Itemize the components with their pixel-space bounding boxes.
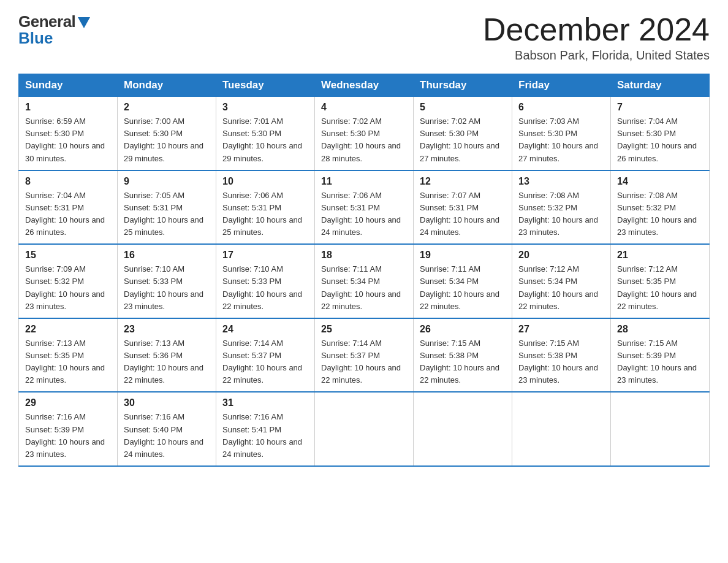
- calendar-week-row: 29 Sunrise: 7:16 AMSunset: 5:39 PMDaylig…: [19, 392, 710, 466]
- calendar-cell: 6 Sunrise: 7:03 AMSunset: 5:30 PMDayligh…: [512, 97, 611, 170]
- day-info: Sunrise: 7:14 AMSunset: 5:37 PMDaylight:…: [222, 339, 302, 385]
- calendar-cell: 9 Sunrise: 7:05 AMSunset: 5:31 PMDayligh…: [118, 170, 216, 245]
- column-header-wednesday: Wednesday: [315, 74, 414, 97]
- calendar-cell: 2 Sunrise: 7:00 AMSunset: 5:30 PMDayligh…: [118, 97, 216, 170]
- day-info: Sunrise: 7:05 AMSunset: 5:31 PMDaylight:…: [124, 191, 203, 237]
- calendar-cell: [512, 392, 611, 466]
- calendar-cell: 31 Sunrise: 7:16 AMSunset: 5:41 PMDaylig…: [216, 392, 315, 466]
- day-number: 25: [321, 324, 407, 335]
- day-number: 30: [124, 397, 210, 408]
- calendar-cell: 10 Sunrise: 7:06 AMSunset: 5:31 PMDaylig…: [216, 170, 315, 245]
- day-info: Sunrise: 7:06 AMSunset: 5:31 PMDaylight:…: [222, 191, 302, 237]
- day-number: 26: [420, 324, 506, 335]
- calendar-cell: 20 Sunrise: 7:12 AMSunset: 5:34 PMDaylig…: [512, 244, 611, 318]
- calendar-cell: 3 Sunrise: 7:01 AMSunset: 5:30 PMDayligh…: [216, 97, 315, 170]
- calendar-header-row: SundayMondayTuesdayWednesdayThursdayFrid…: [19, 74, 710, 97]
- day-info: Sunrise: 7:01 AMSunset: 5:30 PMDaylight:…: [222, 117, 302, 163]
- day-number: 15: [25, 250, 111, 261]
- day-number: 14: [617, 176, 703, 187]
- calendar-cell: 26 Sunrise: 7:15 AMSunset: 5:38 PMDaylig…: [414, 318, 512, 393]
- calendar-cell: 17 Sunrise: 7:10 AMSunset: 5:33 PMDaylig…: [216, 244, 315, 318]
- calendar-week-row: 8 Sunrise: 7:04 AMSunset: 5:31 PMDayligh…: [19, 170, 710, 245]
- day-info: Sunrise: 7:08 AMSunset: 5:32 PMDaylight:…: [518, 191, 598, 237]
- day-number: 12: [420, 176, 506, 187]
- day-info: Sunrise: 7:14 AMSunset: 5:37 PMDaylight:…: [321, 339, 401, 385]
- day-number: 21: [617, 250, 703, 261]
- calendar-cell: 28 Sunrise: 7:15 AMSunset: 5:39 PMDaylig…: [611, 318, 710, 393]
- day-number: 13: [518, 176, 604, 187]
- day-number: 7: [617, 102, 703, 113]
- calendar-cell: 29 Sunrise: 7:16 AMSunset: 5:39 PMDaylig…: [19, 392, 118, 466]
- calendar-week-row: 1 Sunrise: 6:59 AMSunset: 5:30 PMDayligh…: [19, 97, 710, 170]
- calendar-table: SundayMondayTuesdayWednesdayThursdayFrid…: [18, 74, 710, 467]
- logo: General Blue: [18, 12, 90, 48]
- day-info: Sunrise: 7:11 AMSunset: 5:34 PMDaylight:…: [321, 264, 401, 310]
- calendar-cell: 22 Sunrise: 7:13 AMSunset: 5:35 PMDaylig…: [19, 318, 118, 393]
- calendar-cell: 4 Sunrise: 7:02 AMSunset: 5:30 PMDayligh…: [315, 97, 414, 170]
- day-number: 24: [222, 324, 308, 335]
- day-number: 3: [222, 102, 308, 113]
- calendar-cell: 15 Sunrise: 7:09 AMSunset: 5:32 PMDaylig…: [19, 244, 118, 318]
- calendar-cell: 8 Sunrise: 7:04 AMSunset: 5:31 PMDayligh…: [19, 170, 118, 245]
- day-number: 10: [222, 176, 308, 187]
- calendar-cell: 19 Sunrise: 7:11 AMSunset: 5:34 PMDaylig…: [414, 244, 512, 318]
- day-info: Sunrise: 7:16 AMSunset: 5:41 PMDaylight:…: [222, 412, 302, 458]
- day-number: 8: [25, 176, 111, 187]
- day-info: Sunrise: 7:15 AMSunset: 5:39 PMDaylight:…: [617, 339, 697, 385]
- day-info: Sunrise: 6:59 AMSunset: 5:30 PMDaylight:…: [25, 117, 105, 163]
- day-number: 11: [321, 176, 407, 187]
- day-info: Sunrise: 7:10 AMSunset: 5:33 PMDaylight:…: [222, 264, 302, 310]
- column-header-sunday: Sunday: [19, 74, 118, 97]
- day-info: Sunrise: 7:13 AMSunset: 5:35 PMDaylight:…: [25, 339, 105, 385]
- day-number: 28: [617, 324, 703, 335]
- day-info: Sunrise: 7:02 AMSunset: 5:30 PMDaylight:…: [321, 117, 401, 163]
- column-header-saturday: Saturday: [611, 74, 710, 97]
- calendar-week-row: 15 Sunrise: 7:09 AMSunset: 5:32 PMDaylig…: [19, 244, 710, 318]
- column-header-tuesday: Tuesday: [216, 74, 315, 97]
- day-info: Sunrise: 7:10 AMSunset: 5:33 PMDaylight:…: [124, 264, 203, 310]
- calendar-cell: [315, 392, 414, 466]
- day-info: Sunrise: 7:16 AMSunset: 5:40 PMDaylight:…: [124, 412, 203, 458]
- calendar-cell: [414, 392, 512, 466]
- calendar-cell: 14 Sunrise: 7:08 AMSunset: 5:32 PMDaylig…: [611, 170, 710, 245]
- day-number: 29: [25, 397, 111, 408]
- calendar-cell: 1 Sunrise: 6:59 AMSunset: 5:30 PMDayligh…: [19, 97, 118, 170]
- day-info: Sunrise: 7:13 AMSunset: 5:36 PMDaylight:…: [124, 339, 203, 385]
- day-info: Sunrise: 7:02 AMSunset: 5:30 PMDaylight:…: [420, 117, 499, 163]
- calendar-cell: 30 Sunrise: 7:16 AMSunset: 5:40 PMDaylig…: [118, 392, 216, 466]
- day-info: Sunrise: 7:12 AMSunset: 5:35 PMDaylight:…: [617, 264, 697, 310]
- day-number: 17: [222, 250, 308, 261]
- day-number: 18: [321, 250, 407, 261]
- day-number: 16: [124, 250, 210, 261]
- day-info: Sunrise: 7:04 AMSunset: 5:31 PMDaylight:…: [25, 191, 105, 237]
- calendar-cell: 16 Sunrise: 7:10 AMSunset: 5:33 PMDaylig…: [118, 244, 216, 318]
- column-header-thursday: Thursday: [414, 74, 512, 97]
- day-number: 23: [124, 324, 210, 335]
- day-info: Sunrise: 7:03 AMSunset: 5:30 PMDaylight:…: [518, 117, 598, 163]
- logo-triangle-icon: [78, 17, 90, 28]
- day-info: Sunrise: 7:00 AMSunset: 5:30 PMDaylight:…: [124, 117, 203, 163]
- calendar-cell: 12 Sunrise: 7:07 AMSunset: 5:31 PMDaylig…: [414, 170, 512, 245]
- day-number: 1: [25, 102, 111, 113]
- calendar-cell: [611, 392, 710, 466]
- calendar-cell: 13 Sunrise: 7:08 AMSunset: 5:32 PMDaylig…: [512, 170, 611, 245]
- day-number: 19: [420, 250, 506, 261]
- day-number: 22: [25, 324, 111, 335]
- month-year-title: December 2024: [483, 12, 710, 47]
- column-header-friday: Friday: [512, 74, 611, 97]
- day-number: 2: [124, 102, 210, 113]
- day-number: 31: [222, 397, 308, 408]
- page-header: General Blue December 2024 Babson Park, …: [18, 12, 710, 63]
- calendar-cell: 24 Sunrise: 7:14 AMSunset: 5:37 PMDaylig…: [216, 318, 315, 393]
- day-info: Sunrise: 7:16 AMSunset: 5:39 PMDaylight:…: [25, 412, 105, 458]
- column-header-monday: Monday: [118, 74, 216, 97]
- day-info: Sunrise: 7:06 AMSunset: 5:31 PMDaylight:…: [321, 191, 401, 237]
- calendar-cell: 27 Sunrise: 7:15 AMSunset: 5:38 PMDaylig…: [512, 318, 611, 393]
- day-info: Sunrise: 7:15 AMSunset: 5:38 PMDaylight:…: [518, 339, 598, 385]
- logo-blue-text: Blue: [18, 29, 53, 48]
- day-number: 27: [518, 324, 604, 335]
- day-info: Sunrise: 7:15 AMSunset: 5:38 PMDaylight:…: [420, 339, 499, 385]
- calendar-cell: 5 Sunrise: 7:02 AMSunset: 5:30 PMDayligh…: [414, 97, 512, 170]
- calendar-cell: 23 Sunrise: 7:13 AMSunset: 5:36 PMDaylig…: [118, 318, 216, 393]
- calendar-cell: 7 Sunrise: 7:04 AMSunset: 5:30 PMDayligh…: [611, 97, 710, 170]
